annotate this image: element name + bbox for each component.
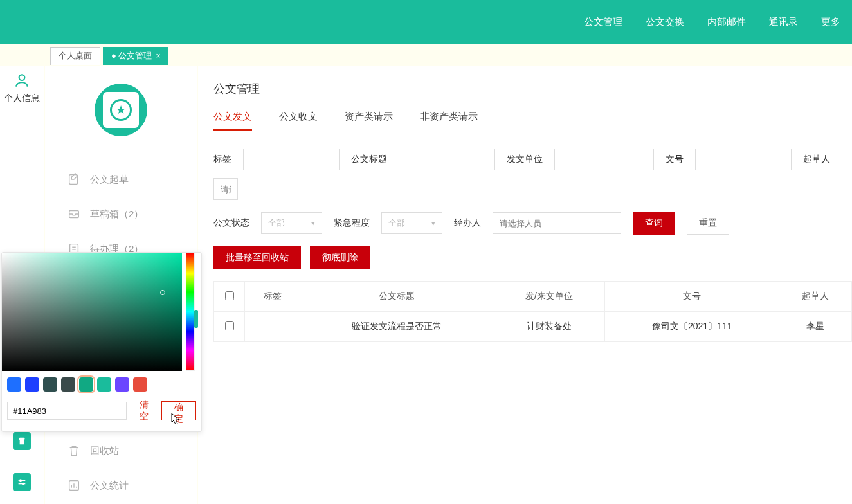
subtab-send[interactable]: 公文发文 — [213, 111, 252, 131]
action-row: 批量移至回收站 彻底删除 — [213, 246, 852, 269]
handler-input[interactable] — [493, 212, 621, 234]
unit-input[interactable] — [554, 148, 654, 170]
sidebar-item-recycle[interactable]: 回收站 — [45, 433, 197, 468]
tab-dot: ● — [111, 51, 118, 60]
personal-info-label[interactable]: 个人信息 — [4, 93, 40, 104]
tag-input[interactable] — [243, 148, 340, 170]
color-marker[interactable] — [160, 290, 165, 295]
swatch[interactable] — [61, 377, 75, 392]
urgency-value: 全部 — [388, 217, 405, 229]
nav-exchange[interactable]: 公文交换 — [646, 16, 684, 28]
urgency-label: 紧急程度 — [334, 217, 370, 229]
doc-table: 标签 公文标题 发/来文单位 文号 起草人 验证发文流程是否正常 计财装备处 豫… — [213, 281, 852, 342]
tab-strip: 个人桌面 ● 公文管理× — [0, 44, 852, 66]
nav-contacts[interactable]: 通讯录 — [769, 16, 798, 28]
select-all-checkbox[interactable] — [225, 291, 234, 300]
sub-tabs: 公文发文 公文收文 资产类请示 非资产类请示 — [213, 111, 852, 132]
chevron-down-icon: ▾ — [431, 219, 435, 228]
swatch-row — [2, 371, 201, 397]
title-input[interactable] — [399, 148, 495, 170]
sidebar-item-label: 回收站 — [90, 445, 119, 457]
trash-icon — [67, 444, 81, 458]
swatch[interactable] — [7, 377, 21, 392]
subtab-asset[interactable]: 资产类请示 — [345, 111, 393, 131]
edit-icon — [67, 172, 81, 186]
unit-label: 发文单位 — [507, 154, 543, 165]
svg-point-0 — [19, 75, 25, 80]
th-unit: 发/来文单位 — [493, 282, 605, 312]
sidebar-item-draftbox[interactable]: 草稿箱（2） — [45, 197, 197, 231]
status-select[interactable]: 全部▾ — [261, 212, 322, 234]
sidebar-item-draft[interactable]: 公文起草 — [45, 162, 197, 197]
color-picker: 清空 确定 — [1, 252, 202, 432]
urgency-select[interactable]: 全部▾ — [381, 212, 442, 234]
filter-row-1: 标签 公文标题 发文单位 文号 起草人 — [213, 148, 852, 200]
svg-point-4 — [23, 483, 24, 485]
th-drafter: 起草人 — [779, 282, 852, 312]
person-icon — [14, 72, 30, 89]
row-checkbox[interactable] — [225, 321, 234, 330]
tag-label: 标签 — [213, 154, 231, 165]
sidebar-item-label: 草稿箱（2） — [90, 208, 143, 221]
cell-unit: 计财装备处 — [493, 312, 605, 342]
hard-delete-button[interactable]: 彻底删除 — [310, 246, 370, 269]
hue-handle[interactable] — [194, 310, 198, 328]
subtab-nonasset[interactable]: 非资产类请示 — [420, 111, 478, 131]
docno-input[interactable] — [695, 148, 792, 170]
top-nav: 公文管理 公文交换 内部邮件 通讯录 更多 — [0, 0, 852, 44]
nav-docs[interactable]: 公文管理 — [584, 16, 622, 28]
swatch-selected[interactable] — [79, 377, 93, 392]
swatch[interactable] — [133, 377, 147, 392]
subtab-receive[interactable]: 公文收文 — [279, 111, 318, 131]
title-label: 公文标题 — [351, 154, 387, 165]
th-title: 公文标题 — [300, 282, 493, 312]
page-title: 公文管理 — [213, 81, 852, 96]
status-value: 全部 — [268, 217, 285, 229]
svg-point-3 — [20, 480, 22, 482]
ok-button[interactable]: 确定 — [161, 401, 196, 420]
cell-title: 验证发文流程是否正常 — [300, 312, 493, 342]
status-label: 公文状态 — [213, 217, 249, 229]
logo: ★ — [45, 84, 197, 136]
cell-docno: 豫司文〔2021〕111 — [605, 312, 779, 342]
chevron-down-icon: ▾ — [311, 219, 315, 228]
draftbox-icon — [67, 207, 81, 221]
drafter-input[interactable] — [213, 178, 238, 200]
reset-button[interactable]: 重置 — [687, 212, 729, 235]
move-recycle-button[interactable]: 批量移至回收站 — [213, 246, 301, 269]
th-docno: 文号 — [605, 282, 779, 312]
nav-mail[interactable]: 内部邮件 — [707, 16, 746, 28]
close-icon[interactable]: × — [156, 51, 160, 60]
swatch[interactable] — [115, 377, 129, 392]
swatch[interactable] — [25, 377, 39, 392]
swatch[interactable] — [43, 377, 57, 392]
sidebar-item-label: 公文统计 — [90, 480, 129, 492]
hex-input[interactable] — [7, 402, 127, 420]
settings-icon[interactable] — [13, 473, 31, 491]
main: 公文管理 公文发文 公文收文 资产类请示 非资产类请示 标签 公文标题 发文单位… — [198, 66, 852, 504]
sidebar-item-label: 公文起草 — [90, 174, 129, 186]
stats-icon — [67, 478, 81, 492]
theme-icon[interactable] — [13, 432, 31, 450]
swatch[interactable] — [97, 377, 111, 392]
query-button[interactable]: 查询 — [633, 212, 675, 235]
cell-drafter: 李星 — [779, 312, 852, 342]
filter-row-2: 公文状态 全部▾ 紧急程度 全部▾ 经办人 查询 重置 — [213, 212, 852, 235]
table-row[interactable]: 验证发文流程是否正常 计财装备处 豫司文〔2021〕111 李星 — [214, 312, 852, 342]
drafter-label: 起草人 — [803, 154, 830, 165]
sidebar-item-stats[interactable]: 公文统计 — [45, 468, 197, 503]
handler-label: 经办人 — [454, 217, 481, 229]
tab-desktop[interactable]: 个人桌面 — [50, 47, 100, 65]
tab-label: 公文管理 — [118, 51, 152, 60]
tab-docs-active[interactable]: ● 公文管理× — [103, 47, 168, 65]
docno-label: 文号 — [666, 154, 684, 165]
th-tag: 标签 — [245, 282, 300, 312]
clear-button[interactable]: 清空 — [140, 399, 155, 422]
saturation-panel[interactable] — [2, 253, 182, 371]
nav-more[interactable]: 更多 — [821, 16, 840, 28]
cell-tag — [245, 312, 300, 342]
hue-slider[interactable] — [186, 253, 195, 371]
